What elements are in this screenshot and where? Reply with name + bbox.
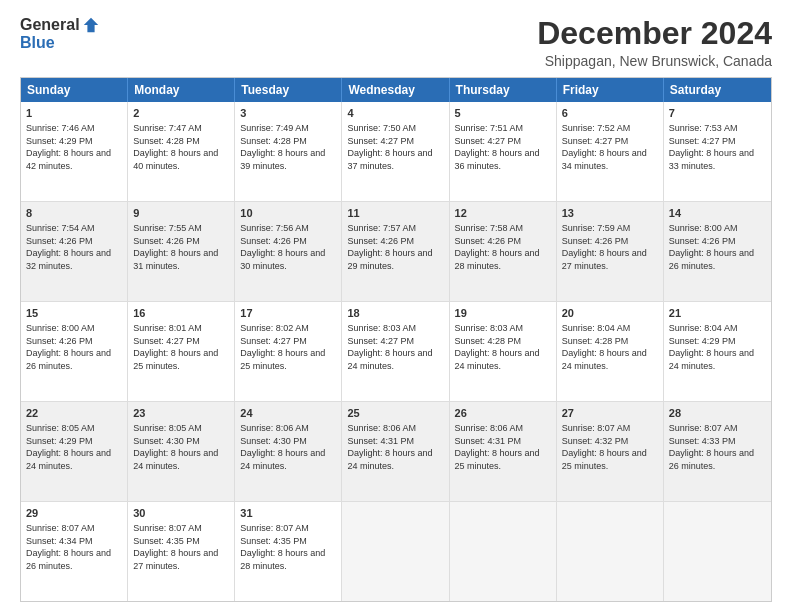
page: General Blue December 2024 Shippagan, Ne…: [0, 0, 792, 612]
day-number: 24: [240, 406, 336, 421]
day-number: 5: [455, 106, 551, 121]
day-number: 25: [347, 406, 443, 421]
calendar-cell: 3Sunrise: 7:49 AM Sunset: 4:28 PM Daylig…: [235, 102, 342, 201]
calendar-body: 1Sunrise: 7:46 AM Sunset: 4:29 PM Daylig…: [21, 102, 771, 601]
day-number: 6: [562, 106, 658, 121]
calendar-cell: 21Sunrise: 8:04 AM Sunset: 4:29 PM Dayli…: [664, 302, 771, 401]
calendar-cell: 29Sunrise: 8:07 AM Sunset: 4:34 PM Dayli…: [21, 502, 128, 601]
cell-info: Sunrise: 7:53 AM Sunset: 4:27 PM Dayligh…: [669, 122, 766, 172]
day-number: 9: [133, 206, 229, 221]
cell-info: Sunrise: 7:57 AM Sunset: 4:26 PM Dayligh…: [347, 222, 443, 272]
calendar-cell: 24Sunrise: 8:06 AM Sunset: 4:30 PM Dayli…: [235, 402, 342, 501]
cell-info: Sunrise: 7:50 AM Sunset: 4:27 PM Dayligh…: [347, 122, 443, 172]
day-number: 17: [240, 306, 336, 321]
cell-info: Sunrise: 8:05 AM Sunset: 4:29 PM Dayligh…: [26, 422, 122, 472]
calendar-cell: 8Sunrise: 7:54 AM Sunset: 4:26 PM Daylig…: [21, 202, 128, 301]
cell-info: Sunrise: 8:00 AM Sunset: 4:26 PM Dayligh…: [26, 322, 122, 372]
day-number: 31: [240, 506, 336, 521]
cell-info: Sunrise: 8:06 AM Sunset: 4:31 PM Dayligh…: [347, 422, 443, 472]
logo-icon: [82, 16, 100, 34]
title-section: December 2024 Shippagan, New Brunswick, …: [537, 16, 772, 69]
calendar-row-4: 29Sunrise: 8:07 AM Sunset: 4:34 PM Dayli…: [21, 501, 771, 601]
calendar-cell: 15Sunrise: 8:00 AM Sunset: 4:26 PM Dayli…: [21, 302, 128, 401]
calendar-cell: [664, 502, 771, 601]
day-number: 13: [562, 206, 658, 221]
main-title: December 2024: [537, 16, 772, 51]
calendar-header: Sunday Monday Tuesday Wednesday Thursday…: [21, 78, 771, 102]
cell-info: Sunrise: 8:07 AM Sunset: 4:34 PM Dayligh…: [26, 522, 122, 572]
subtitle: Shippagan, New Brunswick, Canada: [537, 53, 772, 69]
svg-marker-0: [83, 18, 97, 32]
calendar-cell: 26Sunrise: 8:06 AM Sunset: 4:31 PM Dayli…: [450, 402, 557, 501]
calendar-cell: 6Sunrise: 7:52 AM Sunset: 4:27 PM Daylig…: [557, 102, 664, 201]
cell-info: Sunrise: 7:56 AM Sunset: 4:26 PM Dayligh…: [240, 222, 336, 272]
day-number: 4: [347, 106, 443, 121]
logo-blue-text: Blue: [20, 34, 55, 52]
cell-info: Sunrise: 8:04 AM Sunset: 4:28 PM Dayligh…: [562, 322, 658, 372]
header: General Blue December 2024 Shippagan, Ne…: [20, 16, 772, 69]
cell-info: Sunrise: 8:01 AM Sunset: 4:27 PM Dayligh…: [133, 322, 229, 372]
day-number: 28: [669, 406, 766, 421]
header-saturday: Saturday: [664, 78, 771, 102]
calendar-cell: 17Sunrise: 8:02 AM Sunset: 4:27 PM Dayli…: [235, 302, 342, 401]
cell-info: Sunrise: 8:06 AM Sunset: 4:30 PM Dayligh…: [240, 422, 336, 472]
day-number: 12: [455, 206, 551, 221]
day-number: 22: [26, 406, 122, 421]
calendar-cell: [557, 502, 664, 601]
calendar-cell: 11Sunrise: 7:57 AM Sunset: 4:26 PM Dayli…: [342, 202, 449, 301]
calendar: Sunday Monday Tuesday Wednesday Thursday…: [20, 77, 772, 602]
calendar-row-3: 22Sunrise: 8:05 AM Sunset: 4:29 PM Dayli…: [21, 401, 771, 501]
cell-info: Sunrise: 7:59 AM Sunset: 4:26 PM Dayligh…: [562, 222, 658, 272]
day-number: 3: [240, 106, 336, 121]
cell-info: Sunrise: 8:07 AM Sunset: 4:35 PM Dayligh…: [240, 522, 336, 572]
cell-info: Sunrise: 8:07 AM Sunset: 4:33 PM Dayligh…: [669, 422, 766, 472]
cell-info: Sunrise: 8:07 AM Sunset: 4:32 PM Dayligh…: [562, 422, 658, 472]
calendar-cell: 2Sunrise: 7:47 AM Sunset: 4:28 PM Daylig…: [128, 102, 235, 201]
cell-info: Sunrise: 8:05 AM Sunset: 4:30 PM Dayligh…: [133, 422, 229, 472]
cell-info: Sunrise: 8:06 AM Sunset: 4:31 PM Dayligh…: [455, 422, 551, 472]
day-number: 1: [26, 106, 122, 121]
calendar-cell: 31Sunrise: 8:07 AM Sunset: 4:35 PM Dayli…: [235, 502, 342, 601]
day-number: 8: [26, 206, 122, 221]
calendar-cell: 14Sunrise: 8:00 AM Sunset: 4:26 PM Dayli…: [664, 202, 771, 301]
cell-info: Sunrise: 8:07 AM Sunset: 4:35 PM Dayligh…: [133, 522, 229, 572]
cell-info: Sunrise: 8:02 AM Sunset: 4:27 PM Dayligh…: [240, 322, 336, 372]
cell-info: Sunrise: 8:03 AM Sunset: 4:28 PM Dayligh…: [455, 322, 551, 372]
cell-info: Sunrise: 8:04 AM Sunset: 4:29 PM Dayligh…: [669, 322, 766, 372]
header-wednesday: Wednesday: [342, 78, 449, 102]
calendar-cell: 23Sunrise: 8:05 AM Sunset: 4:30 PM Dayli…: [128, 402, 235, 501]
calendar-row-2: 15Sunrise: 8:00 AM Sunset: 4:26 PM Dayli…: [21, 301, 771, 401]
cell-info: Sunrise: 7:52 AM Sunset: 4:27 PM Dayligh…: [562, 122, 658, 172]
day-number: 18: [347, 306, 443, 321]
calendar-cell: 12Sunrise: 7:58 AM Sunset: 4:26 PM Dayli…: [450, 202, 557, 301]
cell-info: Sunrise: 7:54 AM Sunset: 4:26 PM Dayligh…: [26, 222, 122, 272]
day-number: 20: [562, 306, 658, 321]
calendar-cell: [450, 502, 557, 601]
calendar-cell: 5Sunrise: 7:51 AM Sunset: 4:27 PM Daylig…: [450, 102, 557, 201]
calendar-row-1: 8Sunrise: 7:54 AM Sunset: 4:26 PM Daylig…: [21, 201, 771, 301]
day-number: 7: [669, 106, 766, 121]
header-friday: Friday: [557, 78, 664, 102]
cell-info: Sunrise: 7:58 AM Sunset: 4:26 PM Dayligh…: [455, 222, 551, 272]
calendar-cell: [342, 502, 449, 601]
day-number: 23: [133, 406, 229, 421]
day-number: 27: [562, 406, 658, 421]
cell-info: Sunrise: 7:51 AM Sunset: 4:27 PM Dayligh…: [455, 122, 551, 172]
day-number: 15: [26, 306, 122, 321]
day-number: 30: [133, 506, 229, 521]
day-number: 19: [455, 306, 551, 321]
day-number: 10: [240, 206, 336, 221]
calendar-cell: 4Sunrise: 7:50 AM Sunset: 4:27 PM Daylig…: [342, 102, 449, 201]
calendar-cell: 20Sunrise: 8:04 AM Sunset: 4:28 PM Dayli…: [557, 302, 664, 401]
calendar-cell: 27Sunrise: 8:07 AM Sunset: 4:32 PM Dayli…: [557, 402, 664, 501]
cell-info: Sunrise: 7:47 AM Sunset: 4:28 PM Dayligh…: [133, 122, 229, 172]
logo-general-text: General: [20, 16, 80, 34]
day-number: 16: [133, 306, 229, 321]
cell-info: Sunrise: 7:46 AM Sunset: 4:29 PM Dayligh…: [26, 122, 122, 172]
calendar-cell: 7Sunrise: 7:53 AM Sunset: 4:27 PM Daylig…: [664, 102, 771, 201]
calendar-cell: 22Sunrise: 8:05 AM Sunset: 4:29 PM Dayli…: [21, 402, 128, 501]
calendar-row-0: 1Sunrise: 7:46 AM Sunset: 4:29 PM Daylig…: [21, 102, 771, 201]
day-number: 14: [669, 206, 766, 221]
cell-info: Sunrise: 7:55 AM Sunset: 4:26 PM Dayligh…: [133, 222, 229, 272]
calendar-cell: 9Sunrise: 7:55 AM Sunset: 4:26 PM Daylig…: [128, 202, 235, 301]
